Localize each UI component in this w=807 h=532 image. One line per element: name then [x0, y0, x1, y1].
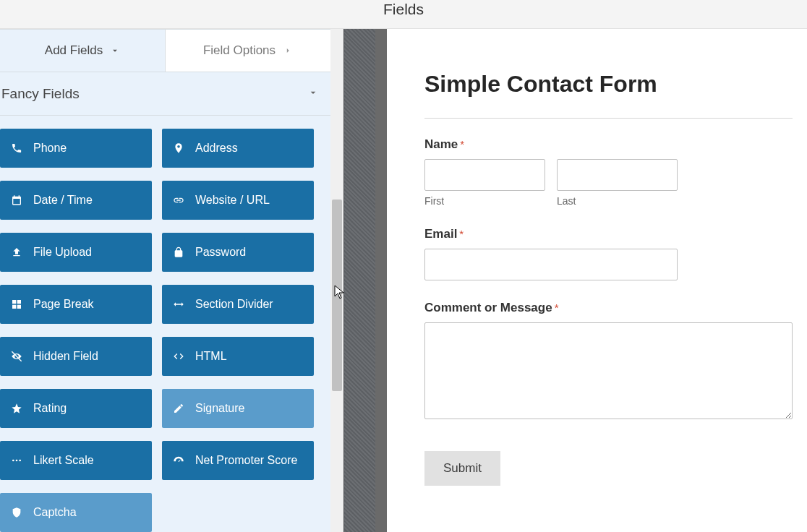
submit-button[interactable]: Submit: [424, 451, 500, 486]
eye-off-icon: [10, 350, 23, 363]
upload-icon: [10, 246, 23, 259]
field-label: HTML: [195, 350, 227, 363]
tab-field-options[interactable]: Field Options: [165, 30, 330, 72]
field-label: Captcha: [33, 506, 77, 519]
field-label: Section Divider: [195, 298, 273, 311]
phone-icon: [10, 142, 23, 155]
code-icon: [172, 350, 185, 363]
required-mark: *: [555, 301, 559, 314]
field-label: Phone: [33, 142, 67, 155]
field-nps[interactable]: Net Promoter Score: [162, 441, 314, 480]
left-panel: Add Fields Field Options Fancy Fields: [0, 29, 330, 532]
comment-textarea[interactable]: [424, 322, 793, 419]
link-icon: [172, 194, 185, 207]
chevron-right-icon: [283, 46, 293, 56]
field-password[interactable]: Password: [162, 233, 314, 272]
divider-icon: [172, 298, 185, 311]
field-phone[interactable]: Phone: [0, 129, 152, 168]
star-icon: [10, 402, 23, 415]
field-label: Net Promoter Score: [195, 454, 297, 467]
tab-add-fields[interactable]: Add Fields: [0, 30, 165, 72]
field-label: File Upload: [33, 246, 92, 259]
calendar-icon: [10, 194, 23, 207]
scrollbar[interactable]: [330, 30, 343, 532]
field-datetime[interactable]: Date / Time: [0, 181, 152, 220]
tab-add-fields-label: Add Fields: [45, 43, 103, 58]
top-bar: Fields: [0, 0, 807, 29]
scrollbar-thumb[interactable]: [332, 200, 342, 391]
required-mark: *: [459, 228, 464, 240]
required-mark: *: [460, 138, 464, 150]
chevron-down-icon: [307, 86, 319, 102]
name-field-block[interactable]: Name* First Last: [424, 137, 678, 207]
submit-label: Submit: [443, 461, 482, 475]
first-name-input[interactable]: [424, 159, 545, 191]
panel-tabs: Add Fields Field Options: [0, 30, 330, 72]
field-label: Website / URL: [195, 194, 270, 207]
field-section-divider[interactable]: Section Divider: [162, 285, 314, 324]
field-label: Signature: [195, 402, 245, 415]
field-hidden[interactable]: Hidden Field: [0, 337, 152, 376]
field-website[interactable]: Website / URL: [162, 181, 314, 220]
shield-icon: [10, 506, 23, 519]
preview-panel: Simple Contact Form Name* First Last Ema…: [375, 29, 807, 532]
gauge-icon: [172, 454, 185, 467]
field-label: Password: [195, 246, 246, 259]
field-likert[interactable]: Likert Scale: [0, 441, 152, 480]
field-label: Address: [195, 142, 238, 155]
chevron-down-icon: [110, 46, 120, 56]
field-signature[interactable]: Signature: [162, 389, 314, 428]
field-address[interactable]: Address: [162, 129, 314, 168]
field-html[interactable]: HTML: [162, 337, 314, 376]
name-label: Name: [424, 137, 458, 151]
svg-point-1: [16, 460, 18, 462]
lock-icon: [172, 246, 185, 259]
pencil-icon: [172, 402, 185, 415]
page-title: Fields: [383, 0, 424, 19]
form-title: Simple Contact Form: [424, 71, 793, 98]
field-captcha[interactable]: Captcha: [0, 493, 152, 532]
svg-point-2: [19, 460, 21, 462]
comment-label: Comment or Message: [424, 301, 552, 314]
divider: [424, 118, 793, 119]
dots-icon: [10, 454, 23, 467]
last-name-input[interactable]: [557, 159, 678, 191]
email-field-block[interactable]: Email*: [424, 227, 678, 280]
section-fancy-fields[interactable]: Fancy Fields: [0, 74, 330, 116]
field-label: Likert Scale: [33, 454, 94, 467]
last-sublabel: Last: [557, 195, 678, 207]
field-label: Date / Time: [33, 194, 93, 207]
field-rating[interactable]: Rating: [0, 389, 152, 428]
field-page-break[interactable]: Page Break: [0, 285, 152, 324]
first-sublabel: First: [424, 195, 545, 207]
field-label: Hidden Field: [33, 350, 98, 363]
tab-field-options-label: Field Options: [203, 43, 276, 58]
email-label: Email: [424, 227, 457, 241]
comment-field-block[interactable]: Comment or Message*: [424, 301, 793, 422]
form-preview[interactable]: Simple Contact Form Name* First Last Ema…: [387, 29, 807, 532]
field-label: Rating: [33, 402, 67, 415]
email-input[interactable]: [424, 249, 678, 280]
svg-point-0: [12, 460, 14, 462]
fields-grid: Phone Address Date / Time Website / URL …: [0, 116, 330, 532]
page-break-icon: [10, 298, 23, 311]
field-label: Page Break: [33, 298, 94, 311]
field-file-upload[interactable]: File Upload: [0, 233, 152, 272]
section-title: Fancy Fields: [1, 86, 80, 102]
preview-gutter: [343, 29, 375, 532]
map-pin-icon: [172, 142, 185, 155]
